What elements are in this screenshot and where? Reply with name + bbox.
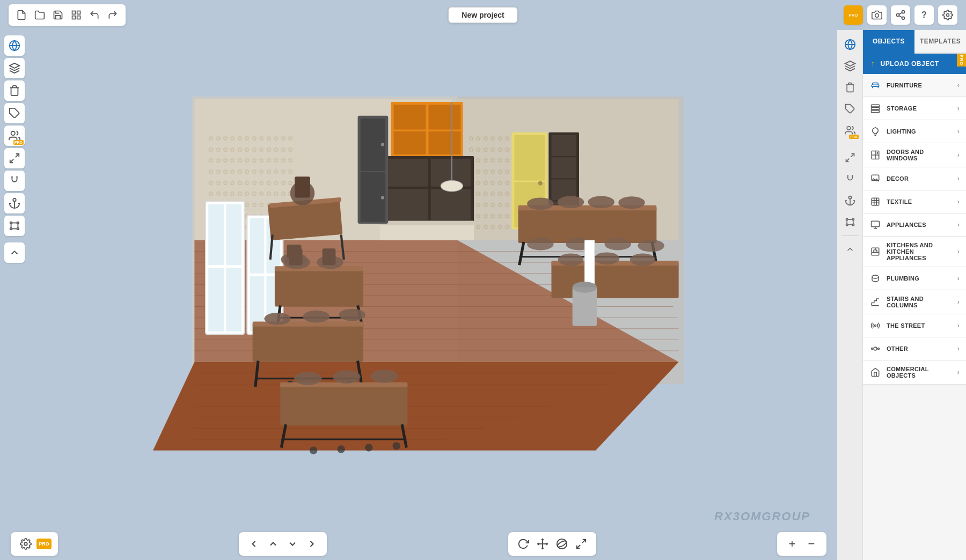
category-other[interactable]: OTHER › xyxy=(863,337,966,360)
delete-icon[interactable] xyxy=(4,80,25,101)
nav-left-button[interactable] xyxy=(245,535,262,552)
svg-point-224 xyxy=(874,347,877,350)
tab-templates[interactable]: TEMPLATES xyxy=(914,30,966,54)
nav-down-button[interactable] xyxy=(284,535,301,552)
svg-rect-118 xyxy=(275,268,363,306)
svg-rect-1 xyxy=(77,11,80,14)
expand-icon[interactable] xyxy=(4,148,25,168)
pro-bottom-badge[interactable]: PRO xyxy=(36,539,52,549)
svg-rect-3 xyxy=(72,16,76,19)
svg-rect-199 xyxy=(872,85,879,86)
rotate-view-button[interactable] xyxy=(515,535,532,552)
svg-point-191 xyxy=(846,218,847,220)
svg-line-9 xyxy=(899,12,902,14)
magnet-icon[interactable] xyxy=(840,169,860,189)
new-file-icon[interactable] xyxy=(14,8,29,23)
svg-point-226 xyxy=(878,348,880,350)
bottom-toolbar: PRO xyxy=(0,528,837,560)
anchor-icon[interactable] xyxy=(4,193,25,213)
category-lighting[interactable]: LIGHTING › xyxy=(863,120,966,143)
expand-icon[interactable] xyxy=(840,148,860,168)
people-pro-icon[interactable]: PRO xyxy=(4,126,25,146)
category-furniture[interactable]: FURNITURE ‹ xyxy=(863,74,966,97)
pro-icon[interactable]: PRO xyxy=(844,5,863,25)
transform-icon[interactable] xyxy=(4,216,25,236)
layers-icon[interactable] xyxy=(840,56,860,76)
help-icon[interactable]: ? xyxy=(914,5,934,25)
svg-point-193 xyxy=(846,224,847,225)
save-icon[interactable] xyxy=(50,8,65,23)
furniture-icon xyxy=(869,79,881,91)
settings-icon[interactable] xyxy=(938,5,957,25)
svg-point-144 xyxy=(294,372,322,385)
svg-rect-127 xyxy=(253,323,363,362)
zoom-in-button[interactable]: + xyxy=(784,535,801,552)
canvas-area: PRO xyxy=(0,30,837,560)
transform-icon[interactable] xyxy=(840,212,860,232)
redo-icon[interactable] xyxy=(105,8,120,23)
zoom-section: + − xyxy=(777,532,826,556)
open-file-icon[interactable] xyxy=(32,8,47,23)
category-doors-windows[interactable]: DOORS AND WINDOWS › xyxy=(863,143,966,167)
category-commercial[interactable]: COMMERCIAL OBJECTS › xyxy=(863,360,966,385)
globe-icon[interactable] xyxy=(840,34,860,55)
magnet-icon[interactable] xyxy=(4,171,25,191)
svg-point-225 xyxy=(872,348,873,350)
category-plumbing[interactable]: PLUMBING › xyxy=(863,267,966,290)
svg-point-10 xyxy=(947,14,949,17)
storage-label: STORAGE xyxy=(887,105,917,112)
svg-line-16 xyxy=(16,154,19,157)
layers-icon[interactable] xyxy=(4,58,25,78)
share-icon[interactable] xyxy=(891,5,910,25)
svg-text:✿ ✿ ✿ ✿ ✿ ✿ ✿ ✿ ✿ ✿ ✿ ✿: ✿ ✿ ✿ ✿ ✿ ✿ ✿ ✿ ✿ ✿ ✿ ✿ xyxy=(208,190,293,197)
fullscreen-button[interactable] xyxy=(573,535,590,552)
3d-scene[interactable]: ✿ ✿ ✿ ✿ ✿ ✿ ✿ ✿ ✿ ✿ ✿ ✿ ✿ ✿ ✿ ✿ ✿ ✿ ✿ ✿ … xyxy=(0,30,837,528)
svg-line-178 xyxy=(582,540,585,543)
anchor-icon[interactable] xyxy=(840,190,860,211)
street-chevron: › xyxy=(957,322,960,329)
main-area: PRO xyxy=(0,30,966,560)
tab-objects[interactable]: OBJECTS xyxy=(863,30,914,54)
category-list: FURNITURE ‹ STORAGE › LIGHTING › xyxy=(863,74,966,560)
svg-marker-13 xyxy=(10,63,19,68)
nav-right-button[interactable] xyxy=(303,535,320,552)
svg-rect-126 xyxy=(323,248,336,265)
tag-icon[interactable] xyxy=(840,99,860,119)
textile-icon xyxy=(869,196,881,208)
move-view-button[interactable] xyxy=(534,535,551,552)
svg-rect-77 xyxy=(388,159,428,187)
collapse-up-icon[interactable] xyxy=(840,239,860,260)
grid-icon[interactable] xyxy=(69,8,84,23)
top-bar: New project PRO ? xyxy=(0,0,966,30)
svg-point-194 xyxy=(852,224,854,225)
trash-icon[interactable] xyxy=(840,77,860,98)
settings-bottom-icon[interactable] xyxy=(17,535,34,552)
nav-up-button[interactable] xyxy=(265,535,282,552)
textile-chevron: › xyxy=(957,198,960,205)
svg-rect-160 xyxy=(551,262,678,298)
collapse-left-icon[interactable] xyxy=(4,242,25,263)
category-stairs[interactable]: STAIRS AND COLUMNS › xyxy=(863,290,966,314)
category-appliances[interactable]: APPLIANCES › xyxy=(863,213,966,237)
svg-point-132 xyxy=(264,313,290,325)
upload-object-button[interactable]: ↑ UPLOAD OBJECT PRO xyxy=(863,54,966,74)
right-content-column: OBJECTS TEMPLATES ↑ UPLOAD OBJECT PRO FU… xyxy=(863,30,966,560)
svg-point-134 xyxy=(339,309,365,321)
orbit-button[interactable] xyxy=(553,535,570,552)
left-toolbar: PRO xyxy=(0,30,29,268)
users-pro-icon[interactable]: PRO xyxy=(840,120,860,141)
svg-rect-202 xyxy=(872,110,880,113)
label-icon[interactable] xyxy=(4,103,25,123)
project-title-button[interactable]: New project xyxy=(448,7,517,23)
furniture-label: FURNITURE xyxy=(887,82,922,89)
category-kitchens[interactable]: KITCHENS AND KITCHEN APPLIANCES › xyxy=(863,237,966,267)
category-textile[interactable]: TEXTILE › xyxy=(863,190,966,213)
globe-view-icon[interactable] xyxy=(4,35,25,56)
svg-text:✿ ✿ ✿ ✿ ✿ ✿ ✿ ✿ ✿ ✿ ✿ ✿: ✿ ✿ ✿ ✿ ✿ ✿ ✿ ✿ ✿ ✿ ✿ ✿ xyxy=(208,179,293,187)
category-decor[interactable]: DECOR › xyxy=(863,167,966,190)
category-storage[interactable]: STORAGE › xyxy=(863,97,966,120)
undo-icon[interactable] xyxy=(87,8,102,23)
category-street[interactable]: THE STREET › xyxy=(863,314,966,337)
zoom-out-button[interactable]: − xyxy=(803,535,820,552)
camera-icon[interactable] xyxy=(867,5,887,25)
